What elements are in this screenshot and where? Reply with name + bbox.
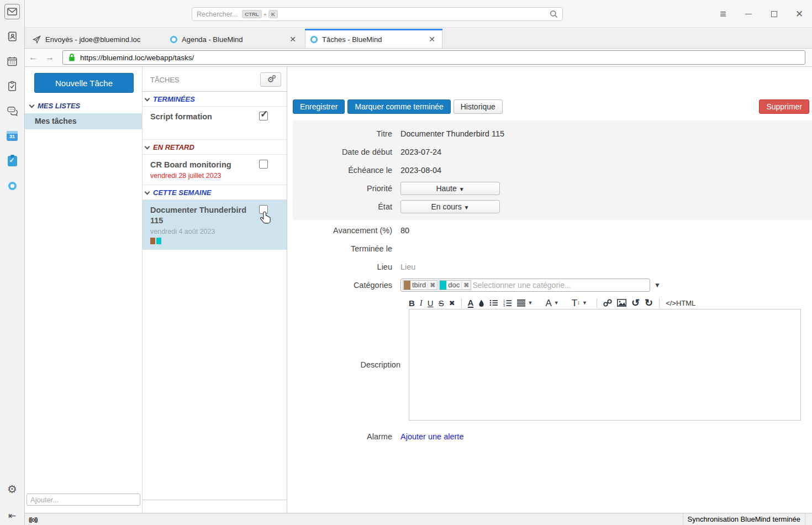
url-input[interactable]	[80, 54, 739, 62]
strikethrough-button[interactable]: S	[439, 299, 444, 307]
section-terminees[interactable]: TERMINÉES	[143, 92, 287, 107]
progress-value[interactable]: 80	[400, 226, 409, 235]
task-checkbox[interactable]	[259, 160, 268, 169]
field-progress: Avancement (%) 80	[293, 221, 812, 239]
clear-format-button[interactable]: ✖	[449, 300, 455, 307]
bluemind-tasks-space-button[interactable]: ✓	[4, 153, 20, 169]
start-date-value[interactable]: 2023-07-24	[400, 148, 441, 156]
italic-button[interactable]: I	[420, 299, 423, 307]
settings-space-button[interactable]: ⚙	[4, 481, 20, 497]
title-value[interactable]: Documenter Thunderbird 115	[400, 129, 504, 138]
task-row-cr-board[interactable]: CR Board monitoring vendredi 28 juillet …	[143, 155, 287, 185]
category-color-swatch	[440, 281, 446, 290]
field-label: Description	[293, 360, 400, 369]
tab-close-icon[interactable]: ✕	[288, 35, 298, 44]
sync-status-text: Synchronisation BlueMind terminée	[683, 515, 805, 523]
category-chip-doc: doc ✖	[439, 280, 471, 290]
task-row-documenter-thunderbird[interactable]: Documenter Thunderbird 115 vendredi 4 ao…	[143, 200, 287, 250]
list-item-mes-taches[interactable]: Mes tâches	[25, 113, 142, 129]
font-size-button[interactable]: T↕▼	[572, 298, 587, 308]
html-source-button[interactable]: </>HTML	[666, 300, 695, 307]
close-button[interactable]: ✕	[787, 0, 812, 28]
delete-button[interactable]: Supprimer	[759, 99, 809, 114]
remove-category-icon[interactable]: ✖	[428, 281, 437, 289]
back-button[interactable]: ←	[25, 53, 41, 62]
tasks-header-label: TÂCHES	[150, 76, 180, 84]
section-label: CETTE SEMAINE	[153, 188, 211, 197]
field-label: Titre	[293, 129, 400, 138]
bluemind-calendar-space-button[interactable]: 31	[4, 128, 20, 144]
bluemind-logo-space-button[interactable]	[4, 178, 20, 193]
numbered-list-button[interactable]: 123	[503, 299, 512, 307]
save-button[interactable]: Enregistrer	[293, 99, 345, 114]
undo-button[interactable]: ↺	[631, 298, 640, 308]
task-detail-pane: Enregistrer Marquer comme terminée Histo…	[287, 67, 812, 513]
spaces-toolbar: 31 ✓ ⚙ ⇤	[0, 0, 25, 525]
mark-complete-button[interactable]: Marquer comme terminée	[347, 99, 450, 114]
bullet-list-button[interactable]	[489, 299, 498, 307]
address-book-space-button[interactable]	[4, 29, 20, 44]
categories-input[interactable]: tbird ✖ doc ✖	[400, 279, 650, 292]
tasks-settings-button[interactable]: ⚙ ⚙	[260, 72, 281, 87]
forward-button[interactable]: →	[41, 53, 58, 62]
tab-envoyes[interactable]: Envoyés - jdoe@bluemind.loc	[28, 30, 165, 48]
calendar-space-button[interactable]	[4, 54, 20, 69]
activity-indicator-icon[interactable]: ((o))	[29, 516, 37, 523]
tab-close-icon[interactable]: ✕	[427, 35, 437, 44]
add-list-input[interactable]	[27, 494, 140, 506]
section-cette-semaine[interactable]: CETTE SEMAINE	[143, 185, 287, 200]
insert-link-button[interactable]	[603, 299, 612, 307]
align-button[interactable]: ▼	[517, 299, 532, 307]
insert-image-button[interactable]	[617, 299, 626, 307]
global-search-input[interactable]: Rechercher... CTRL + K	[192, 7, 563, 21]
maximize-button[interactable]	[761, 0, 787, 28]
new-task-button[interactable]: Nouvelle Tâche	[34, 73, 134, 93]
chevron-down-icon	[29, 102, 35, 108]
field-label: Terminée le	[293, 244, 400, 253]
highlight-color-button[interactable]	[478, 299, 484, 307]
mail-space-button[interactable]	[4, 4, 20, 19]
minimize-button[interactable]: —	[736, 0, 761, 28]
tab-title: Envoyés - jdoe@bluemind.loc	[45, 35, 160, 44]
bluemind-logo-icon	[8, 182, 17, 190]
field-completed-date: Terminée le	[293, 239, 812, 258]
k-key-badge: K	[268, 10, 278, 18]
my-lists-header[interactable]: MES LISTES	[25, 99, 142, 113]
location-input[interactable]: Lieu	[400, 262, 415, 271]
tag-color-swatch	[150, 238, 155, 244]
tab-agenda[interactable]: Agenda - BlueMind ✕	[165, 30, 303, 48]
field-categories: Catégories tbird ✖ doc ✖ ▼	[293, 276, 812, 294]
app-menu-button[interactable]: ≡	[710, 0, 736, 28]
remove-category-icon[interactable]: ✖	[461, 281, 471, 289]
underline-button[interactable]: U	[428, 299, 434, 307]
field-due-date: Échéance le 2023-08-04	[293, 161, 812, 179]
field-label: Alarme	[293, 432, 400, 441]
section-en-retard[interactable]: EN RETARD	[143, 140, 287, 155]
tab-taches[interactable]: Tâches - BlueMind ✕	[305, 30, 442, 48]
due-date-value[interactable]: 2023-08-04	[400, 166, 441, 175]
status-dropdown[interactable]: En cours ▼	[400, 200, 500, 213]
font-family-button[interactable]: A▼	[545, 298, 558, 308]
categories-caret-icon[interactable]: ▼	[654, 281, 661, 289]
text-color-button[interactable]: A	[468, 298, 474, 308]
collapse-spaces-button[interactable]: ⇤	[4, 508, 20, 523]
category-search-input[interactable]	[472, 281, 648, 290]
field-location: Lieu Lieu	[293, 258, 812, 276]
add-alert-link[interactable]: Ajouter une alerte	[400, 432, 463, 441]
redo-button[interactable]: ↻	[645, 298, 653, 308]
task-row-script-formation[interactable]: Script formation ✓	[143, 107, 287, 140]
description-editor[interactable]	[409, 309, 801, 421]
url-bar[interactable]	[62, 50, 805, 65]
status-right: Synchronisation BlueMind terminée	[683, 513, 812, 525]
tasks-space-button[interactable]	[4, 78, 20, 94]
bluemind-calendar-icon: 31	[7, 131, 18, 141]
bold-button[interactable]: B	[409, 299, 415, 307]
field-label: Échéance le	[293, 166, 400, 175]
field-alarm: Alarme Ajouter une alerte	[293, 427, 812, 445]
priority-dropdown[interactable]: Haute ▼	[400, 182, 500, 195]
category-chip-tbird: tbird ✖	[403, 280, 437, 290]
bluemind-logo-icon	[310, 36, 318, 43]
chat-space-button[interactable]	[4, 103, 20, 119]
task-checkbox-checked[interactable]: ✓	[259, 112, 268, 120]
history-button[interactable]: Historique	[454, 99, 503, 114]
